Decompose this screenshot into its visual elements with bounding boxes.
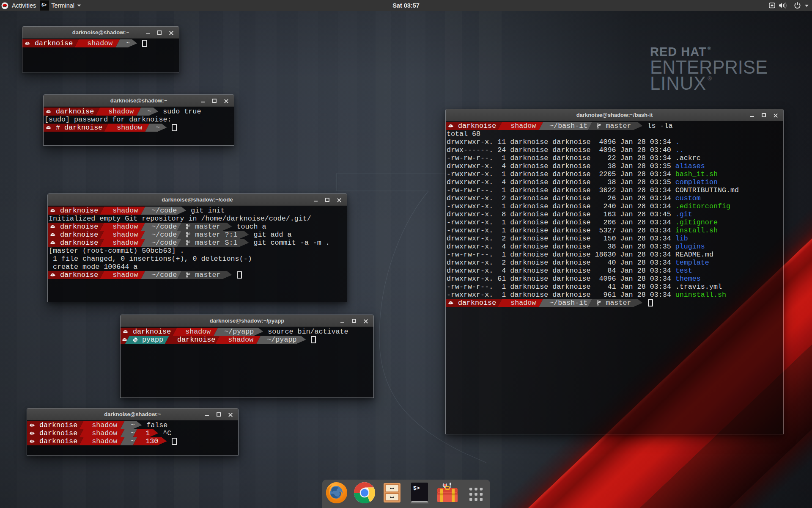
svg-text:$>: $> [413,485,420,491]
